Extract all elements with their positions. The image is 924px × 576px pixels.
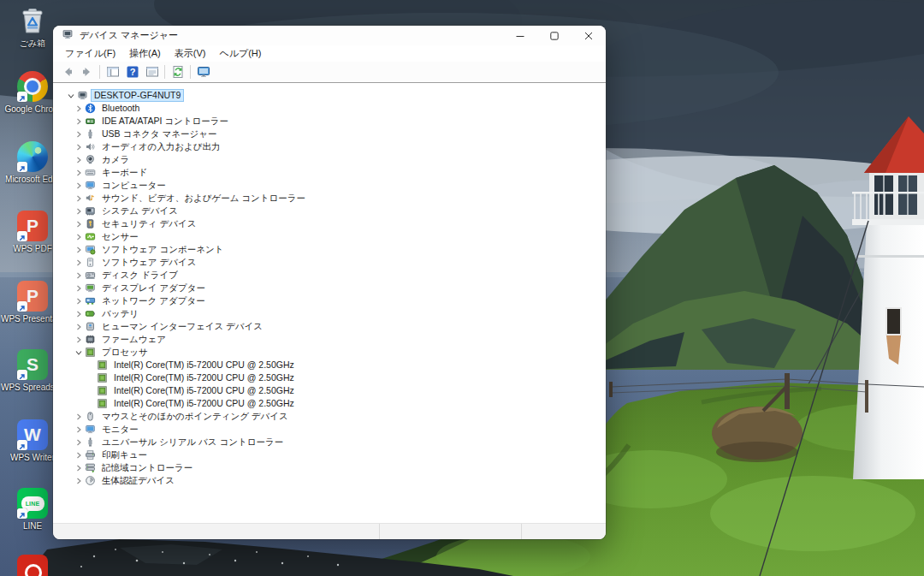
tree-item[interactable]: Intel(R) Core(TM) i5-7200U CPU @ 2.50GHz: [53, 359, 606, 371]
tree-chevron-icon[interactable]: [73, 324, 85, 330]
tree-item[interactable]: Bluetooth: [53, 102, 606, 115]
tree-chevron-icon[interactable]: [73, 413, 85, 420]
desktop-icon-acrobat[interactable]: [0, 555, 65, 576]
cpu-device-icon: [97, 372, 108, 383]
tree-item-label: プロセッサ: [99, 347, 151, 358]
battery-device-icon: [85, 308, 96, 319]
tree-item[interactable]: ユニバーサル シリアル バス コントローラー: [53, 436, 606, 448]
tree-chevron-icon[interactable]: [73, 426, 85, 433]
shortcut-arrow-icon: [17, 162, 27, 172]
tree-item[interactable]: ヒューマン インターフェイス デバイス: [53, 320, 606, 333]
tree-item[interactable]: コンピューター: [53, 179, 606, 192]
tree-chevron-icon[interactable]: [73, 336, 85, 343]
tree-item[interactable]: DESKTOP-GF4NUT9: [53, 89, 606, 102]
bluetooth-device-icon: [85, 103, 96, 114]
tree-item[interactable]: カメラ: [53, 153, 606, 166]
titlebar[interactable]: デバイス マネージャー: [53, 26, 606, 45]
tree-chevron-icon[interactable]: [73, 285, 85, 292]
tree-item[interactable]: Intel(R) Core(TM) i5-7200U CPU @ 2.50GHz: [53, 384, 606, 397]
cpu-device-icon: [97, 359, 108, 371]
scan-hardware-button[interactable]: [168, 63, 187, 81]
tree-item[interactable]: セキュリティ デバイス: [53, 217, 606, 230]
tree-chevron-icon[interactable]: [73, 298, 85, 305]
tree-chevron-icon[interactable]: [73, 157, 85, 163]
shortcut-arrow-icon: [17, 508, 27, 519]
menu-view[interactable]: 表示(V): [168, 46, 213, 61]
tree-item[interactable]: ネットワーク アダプター: [53, 294, 606, 307]
tree-item[interactable]: サウンド、ビデオ、およびゲーム コントローラー: [53, 192, 606, 205]
status-pane-2: [379, 524, 521, 539]
window-title: デバイス マネージャー: [80, 29, 178, 42]
disk-device-icon: [85, 270, 96, 281]
menu-bar: ファイル(F)操作(A)表示(V)ヘルプ(H): [53, 45, 606, 62]
tree-chevron-icon[interactable]: [73, 144, 85, 151]
tree-item[interactable]: システム デバイス: [53, 205, 606, 217]
tree-item[interactable]: ディスプレイ アダプター: [53, 282, 606, 294]
tree-chevron-icon[interactable]: [65, 92, 77, 99]
usb-device-icon: [85, 128, 96, 140]
desktop-icon-label: Microsoft Ed...: [5, 175, 60, 184]
tree-item[interactable]: オーディオの入力および出力: [53, 140, 606, 153]
tree-item[interactable]: ディスク ドライブ: [53, 269, 606, 282]
shortcut-arrow-icon: [17, 301, 27, 312]
properties-icon: [145, 65, 159, 79]
cpu-device-icon: [97, 385, 108, 396]
tree-chevron-icon[interactable]: [73, 246, 85, 253]
tree-chevron-icon[interactable]: [73, 259, 85, 266]
shortcut-arrow-icon: [17, 92, 27, 102]
tree-item[interactable]: センサー: [53, 230, 606, 243]
back-button[interactable]: [57, 63, 77, 81]
forward-button[interactable]: [77, 63, 97, 81]
device-manager-icon: [62, 28, 74, 44]
tree-chevron-icon[interactable]: [73, 118, 85, 125]
maximize-button[interactable]: [537, 26, 572, 45]
display-device-icon: [85, 282, 96, 294]
acrobat-icon: [17, 555, 48, 576]
tree-chevron-icon[interactable]: [73, 478, 85, 484]
tree-chevron-icon[interactable]: [73, 169, 85, 176]
menu-help[interactable]: ヘルプ(H): [212, 46, 268, 61]
device-monitor-button[interactable]: [193, 63, 213, 81]
tree-item[interactable]: キーボード: [53, 166, 606, 179]
tree-chevron-icon[interactable]: [73, 439, 85, 446]
storage-device-icon: [85, 462, 96, 473]
tree-chevron-icon[interactable]: [73, 311, 85, 318]
tree-chevron-icon[interactable]: [73, 105, 85, 112]
close-button[interactable]: [572, 26, 606, 45]
tree-chevron-icon[interactable]: [73, 195, 85, 202]
tree-item[interactable]: モニター: [53, 423, 606, 436]
tree-item[interactable]: 印刷キュー: [53, 448, 606, 461]
sensor-device-icon: [85, 231, 96, 242]
tree-chevron-icon[interactable]: [73, 234, 85, 240]
tree-item[interactable]: バッテリ: [53, 307, 606, 320]
tree-item[interactable]: 生体認証デバイス: [53, 474, 606, 487]
cpu-device-icon: [85, 347, 96, 358]
console-tree-button[interactable]: [103, 63, 122, 81]
tree-item[interactable]: ファームウェア: [53, 333, 606, 346]
tree-chevron-icon[interactable]: [73, 208, 85, 215]
tree-chevron-icon[interactable]: [73, 465, 85, 472]
toolbar-separator: [99, 65, 100, 79]
tree-item[interactable]: USB コネクタ マネージャー: [53, 128, 606, 140]
tree-chevron-icon[interactable]: [73, 452, 85, 459]
minimize-button[interactable]: [503, 26, 537, 45]
tree-item[interactable]: IDE ATA/ATAPI コントローラー: [53, 115, 606, 128]
properties-button[interactable]: [142, 63, 162, 81]
tree-chevron-icon[interactable]: [73, 221, 85, 228]
menu-file[interactable]: ファイル(F): [58, 46, 122, 61]
tree-chevron-icon[interactable]: [73, 131, 85, 138]
tree-item[interactable]: 記憶域コントローラー: [53, 461, 606, 474]
tree-item[interactable]: マウスとそのほかのポインティング デバイス: [53, 410, 606, 423]
tree-item[interactable]: ソフトウェア デバイス: [53, 256, 606, 269]
tree-item[interactable]: Intel(R) Core(TM) i5-7200U CPU @ 2.50GHz: [53, 397, 606, 410]
tree-item[interactable]: ソフトウェア コンポーネント: [53, 243, 606, 256]
tree-item-label: モニター: [99, 424, 141, 435]
menu-action[interactable]: 操作(A): [122, 46, 168, 61]
help-button[interactable]: ?: [122, 63, 142, 81]
tree-chevron-icon[interactable]: [73, 272, 85, 279]
tree-chevron-icon[interactable]: [73, 182, 85, 189]
tree-item-label: センサー: [99, 231, 141, 242]
tree-chevron-icon[interactable]: [73, 349, 85, 356]
tree-item[interactable]: Intel(R) Core(TM) i5-7200U CPU @ 2.50GHz: [53, 371, 606, 384]
tree-item[interactable]: プロセッサ: [53, 346, 606, 359]
